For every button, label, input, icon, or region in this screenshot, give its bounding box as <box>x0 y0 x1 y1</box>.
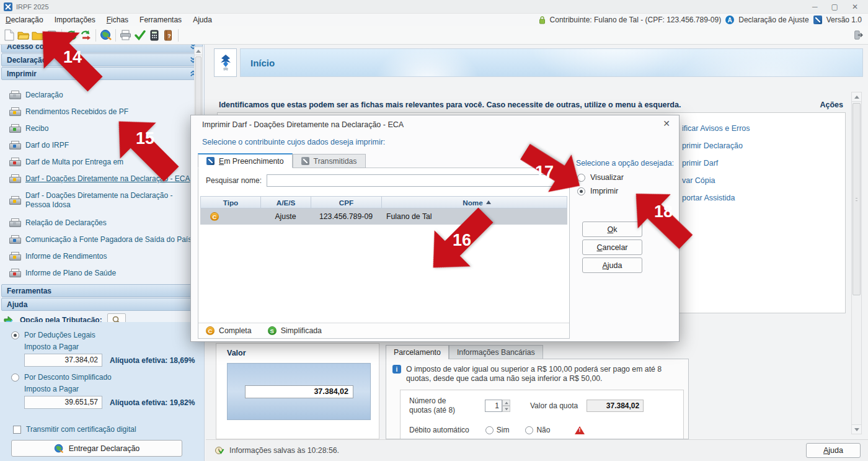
sidebar-item-informe-rendimentos[interactable]: Informe de Rendimentos <box>0 248 204 264</box>
menu-fichas[interactable]: Fichas <box>101 14 134 26</box>
radio-imprimir-row: Imprimir <box>577 187 618 195</box>
cancelar-button[interactable]: Cancelar <box>582 239 642 255</box>
link-imprimir-darf[interactable]: primir Darf <box>682 159 837 168</box>
lock-icon <box>539 16 546 24</box>
quotas-stepper[interactable]: 1 <box>485 400 510 412</box>
simplificada-badge-icon: S <box>268 326 277 335</box>
rf-logo-icon <box>813 16 822 24</box>
new-declaration-icon[interactable] <box>2 27 16 43</box>
debito-automatico-label: Débito automático <box>409 426 469 434</box>
radio-debito-sim[interactable] <box>485 426 494 434</box>
quota-box: Número de quotas (até 8) 1 Valor da quot… <box>400 390 684 439</box>
printer-icon <box>9 252 20 261</box>
tab-parcelamento[interactable]: Parcelamento <box>386 345 449 359</box>
printer-icon <box>9 235 20 244</box>
tab-transmitidas[interactable]: Transmitidas <box>293 154 366 168</box>
link-imprimir-declaracao[interactable]: primir Declaração <box>682 141 837 150</box>
contribuinte-label: Contribuinte: Fulano de Tal - (CPF: 123.… <box>550 16 722 24</box>
sidebar-item-darf-pessoa-idosa[interactable]: Darf - Doações Diretamente na Declaração… <box>0 187 204 214</box>
menubar: Declaração Importações Fichas Ferramenta… <box>0 14 868 26</box>
quotas-value[interactable]: 1 <box>485 400 502 412</box>
sidebar-item-recibo[interactable]: Recibo <box>0 120 204 137</box>
menu-declaracao[interactable]: Declaração <box>0 14 49 26</box>
spin-down-icon[interactable] <box>502 406 510 412</box>
simplificado-label: Por Desconto Simplificado <box>24 373 112 382</box>
completa-badge-icon: C <box>206 326 215 335</box>
acoes-header: Ações <box>820 101 843 109</box>
step-number-14: 14 <box>63 48 82 67</box>
dialog-close-icon[interactable]: ✕ <box>663 119 670 128</box>
radio-deducoes-legais[interactable] <box>11 331 19 339</box>
calculator-icon[interactable] <box>147 27 161 43</box>
tab-informacoes-bancarias[interactable]: Informações Bancárias <box>449 345 543 359</box>
valor-label: Valor <box>227 349 379 357</box>
maximize-button[interactable]: ▢ <box>831 1 838 13</box>
spin-up-icon[interactable] <box>502 400 510 406</box>
scroll-down-icon[interactable] <box>852 424 861 434</box>
rf-logo-gray-icon <box>301 157 309 165</box>
tipo-legend: CCompleta SSimplificada <box>198 323 569 338</box>
tab-em-preenchimento[interactable]: Em Preenchimento <box>198 153 293 168</box>
sidebar-section-ferramentas[interactable]: Ferramentas <box>1 284 203 297</box>
sidebar-item-comunicacao-saida-pais[interactable]: Comunicação à Fonte Pagadora de Saída do… <box>0 231 204 248</box>
aliquota-simplificado-label: Alíquota efetiva: 19,82% <box>110 398 195 407</box>
col-tipo[interactable]: Tipo <box>201 197 261 208</box>
sidebar-item-declaracao[interactable]: Declaração <box>0 86 204 103</box>
statusbar-ajuda-button[interactable]: Ajuda <box>806 443 861 458</box>
ajuste-badge-icon: A <box>725 16 734 24</box>
radio-desconto-simplificado[interactable] <box>11 374 19 382</box>
sidebar-item-informe-plano-saude[interactable]: Informe de Plano de Saúde <box>0 264 204 281</box>
valor-quota-field: 37.384,02 <box>587 400 644 412</box>
rf-logo-icon <box>206 157 215 165</box>
sidebar-item-relacao-declaracoes[interactable]: Relação de Declarações <box>0 214 204 231</box>
tributacao-panel: Por Deduções Legais Imposto a Pagar 37.3… <box>0 322 204 461</box>
link-verificar-avisos[interactable]: ificar Avisos e Erros <box>682 124 837 133</box>
sidebar-item-darf-eca[interactable]: Darf - Doações Diretamente na Declaração… <box>0 170 204 187</box>
open-declaration-icon[interactable] <box>16 27 30 43</box>
scroll-up-icon[interactable] <box>195 47 202 55</box>
col-aes[interactable]: A/E/S <box>261 197 311 208</box>
verify-icon[interactable] <box>133 27 147 43</box>
receita-logo-box <box>214 48 237 77</box>
close-button[interactable]: ✕ <box>852 1 858 13</box>
link-importar-assistida[interactable]: portar Assistida <box>682 194 837 202</box>
printer-icon <box>9 158 20 166</box>
main-scrollbar[interactable] <box>851 92 862 434</box>
page-header: Início <box>214 48 863 77</box>
printer-icon <box>9 91 20 99</box>
sort-asc-icon <box>486 200 491 204</box>
col-cpf[interactable]: CPF <box>311 197 382 208</box>
deducoes-label: Por Deduções Legais <box>24 331 95 339</box>
step-number-16: 16 <box>453 231 471 250</box>
imposto-simplificado-field[interactable]: 39.651,57 <box>24 396 102 409</box>
menu-ferramentas[interactable]: Ferramentas <box>134 14 187 26</box>
scrollbar-thumb[interactable] <box>852 103 861 295</box>
printer-icon <box>9 196 20 205</box>
valor-field[interactable]: 37.384,02 <box>245 385 353 398</box>
valor-panel: 37.384,02 <box>227 363 371 420</box>
menu-ajuda[interactable]: Ajuda <box>187 14 218 26</box>
contribuintes-table: Tipo A/E/S CPF Nome C Ajuste 123.456.789… <box>200 196 567 225</box>
table-row-fulano[interactable]: C Ajuste 123.456.789-09 Fulano de Tal <box>200 208 567 225</box>
entregar-declaracao-button[interactable]: Entregar Declaração <box>11 440 182 457</box>
valor-quota-label: Valor da quota <box>530 401 578 410</box>
minimize-button[interactable]: ─ <box>812 1 818 13</box>
help-book-icon[interactable]: ? <box>161 27 175 43</box>
print-icon[interactable] <box>118 27 133 43</box>
radio-debito-nao[interactable] <box>525 426 533 434</box>
link-gravar-copia[interactable]: var Cópia <box>682 176 837 185</box>
saved-status-text: Informações salvas às 10:28:56. <box>229 446 339 455</box>
transmitir-certificado-checkbox[interactable] <box>13 426 21 434</box>
sidebar-item-rendimentos-pf[interactable]: Rendimentos Recebidos de PF <box>0 103 204 120</box>
transmit-globe-icon[interactable] <box>99 27 113 43</box>
printer-icon <box>9 141 20 150</box>
ajuda-button[interactable]: Ajuda <box>582 257 642 273</box>
info-icon: i <box>392 365 401 374</box>
printer-icon <box>9 107 20 116</box>
radio-imprimir[interactable] <box>577 187 585 195</box>
exit-icon[interactable] <box>854 27 868 43</box>
sidebar-section-ajuda[interactable]: Ajuda <box>1 298 203 311</box>
scroll-up-icon[interactable] <box>852 92 861 102</box>
imposto-deducoes-field[interactable]: 37.384,02 <box>24 354 102 367</box>
versao-label: Versão 1.0 <box>826 16 862 24</box>
